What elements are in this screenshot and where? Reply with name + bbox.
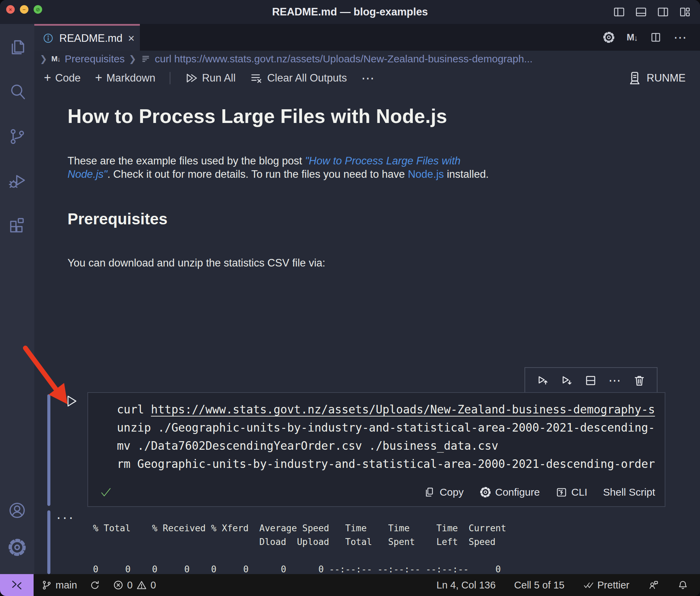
run-cell-button[interactable] xyxy=(63,393,79,409)
success-check-icon xyxy=(99,485,113,499)
breadcrumb: ❯ M↓ Prerequisites ❯ curl https://www.st… xyxy=(34,51,700,67)
errors-icon xyxy=(113,580,124,591)
plus-icon: + xyxy=(95,72,102,84)
toggle-panel-icon[interactable] xyxy=(635,6,647,18)
cli-icon xyxy=(556,486,567,498)
editor-area: README.md × M↓ ⋯ ❯ M↓ Prerequisites ❯ cu… xyxy=(34,24,700,574)
activity-bar xyxy=(0,24,34,574)
run-debug-icon[interactable] xyxy=(0,167,34,195)
execute-cell-and-below-icon[interactable] xyxy=(560,374,573,387)
output-collapse-icon[interactable]: ··· xyxy=(56,509,75,525)
toolbar-more-icon[interactable]: ⋯ xyxy=(361,75,375,82)
cell-toolbar: ⋯ xyxy=(524,367,657,394)
warnings-count: 0 xyxy=(150,580,156,591)
tab-bar: README.md × M↓ ⋯ xyxy=(34,24,700,51)
copy-button[interactable]: Copy xyxy=(424,486,463,498)
runme-button[interactable]: RUNME xyxy=(627,71,700,85)
clear-all-outputs-button[interactable]: Clear All Outputs xyxy=(250,72,347,85)
copy-label: Copy xyxy=(439,486,463,498)
extensions-icon[interactable] xyxy=(0,212,34,239)
problems-indicator[interactable]: 0 0 xyxy=(113,580,156,591)
cli-label: CLI xyxy=(571,486,588,498)
cell-status-bar: Copy Configure CLI Shell Script xyxy=(99,482,655,502)
nodejs-link[interactable]: Node.js xyxy=(408,168,444,180)
cell-more-actions-icon[interactable]: ⋯ xyxy=(608,377,622,384)
add-code-label: Code xyxy=(55,72,81,84)
add-markdown-cell-button[interactable]: + Markdown xyxy=(95,72,155,84)
source-control-icon[interactable] xyxy=(0,123,34,150)
more-actions-icon[interactable]: ⋯ xyxy=(674,34,688,41)
explorer-icon[interactable] xyxy=(0,34,34,61)
branch-label: main xyxy=(56,580,77,591)
customize-layout-icon[interactable] xyxy=(679,6,691,18)
cli-button[interactable]: CLI xyxy=(556,486,588,498)
git-branch-indicator[interactable]: main xyxy=(41,580,77,591)
cell-language-picker[interactable]: Shell Script xyxy=(603,486,655,498)
tab-label: README.md xyxy=(59,32,122,45)
clear-outputs-label: Clear All Outputs xyxy=(267,72,347,84)
split-cell-icon[interactable] xyxy=(584,374,597,387)
toggle-primary-sidebar-icon[interactable] xyxy=(613,6,625,18)
notebook-toolbar: + Code + Markdown Run All Clear All Outp… xyxy=(34,67,700,89)
delete-cell-icon[interactable] xyxy=(633,374,646,387)
remote-indicator[interactable] xyxy=(0,574,34,596)
output-focus-bar xyxy=(47,510,50,574)
page-title: How to Process Large Files with Node.js xyxy=(68,105,700,127)
runme-label: RUNME xyxy=(647,72,686,84)
notebook-content: How to Process Large Files with Node.js … xyxy=(34,89,700,574)
cursor-position-indicator[interactable]: Ln 4, Col 136 xyxy=(436,580,496,591)
intro-text: These are the example files used by the … xyxy=(68,155,305,167)
code-url-link[interactable]: https://www.stats.govt.nz/assets/Uploads… xyxy=(151,403,655,416)
feedback-icon[interactable] xyxy=(648,580,659,591)
info-icon xyxy=(43,33,54,44)
runme-logo-icon xyxy=(627,71,641,85)
configure-button[interactable]: Configure xyxy=(480,486,540,498)
cell-position-indicator[interactable]: Cell 5 of 15 xyxy=(514,580,565,591)
code-cell[interactable]: curl https://www.stats.govt.nz/assets/Up… xyxy=(87,392,665,507)
run-all-label: Run All xyxy=(202,72,236,84)
download-instruction: You can download and unzip the statistic… xyxy=(68,257,700,269)
vscode-window: × − ⊘ README.md — blog-examples xyxy=(0,0,700,596)
editor-actions: M↓ ⋯ xyxy=(603,24,700,51)
search-icon[interactable] xyxy=(0,78,34,105)
notifications-bell-icon[interactable] xyxy=(677,580,688,591)
cell-output: % Total % Received % Xferd Average Speed… xyxy=(82,521,506,574)
toggle-secondary-sidebar-icon[interactable] xyxy=(657,6,669,18)
titlebar-layout-controls xyxy=(613,0,691,24)
execute-above-cells-icon[interactable] xyxy=(536,374,549,387)
plus-icon: + xyxy=(44,72,51,84)
run-all-button[interactable]: Run All xyxy=(185,72,236,85)
notebook-settings-gear-icon[interactable] xyxy=(603,31,615,44)
split-editor-icon[interactable] xyxy=(650,31,662,44)
cell-focus-bar xyxy=(47,394,50,506)
add-code-cell-button[interactable]: + Code xyxy=(44,72,81,84)
configure-label: Configure xyxy=(495,486,540,498)
double-check-icon xyxy=(583,580,594,591)
sync-changes-button[interactable] xyxy=(89,580,100,591)
branch-icon xyxy=(41,580,52,591)
breadcrumb-item-cell[interactable]: curl https://www.stats.govt.nz/assets/Up… xyxy=(155,53,533,65)
status-bar: main 0 0 Ln 4, Col 136 Cell 5 of 15 Pret… xyxy=(0,574,700,596)
breadcrumb-item-prerequisites[interactable]: Prerequisites xyxy=(65,53,125,65)
chevron-right-icon: ❯ xyxy=(40,54,47,64)
run-all-icon xyxy=(185,72,198,85)
toolbar-divider xyxy=(170,72,170,84)
intro-text: installed. xyxy=(444,168,489,180)
window-title: README.md — blog-examples xyxy=(0,0,700,24)
settings-gear-icon[interactable] xyxy=(0,534,34,561)
code-editor[interactable]: curl https://www.stats.govt.nz/assets/Up… xyxy=(88,393,665,473)
intro-text: . Check it out for more details. To run … xyxy=(107,168,408,180)
close-tab-icon[interactable]: × xyxy=(128,32,134,45)
account-icon[interactable] xyxy=(0,497,34,524)
section-title-prerequisites: Prerequisites xyxy=(68,210,700,228)
intro-paragraph: These are the example files used by the … xyxy=(68,154,671,181)
list-symbol-icon xyxy=(141,54,151,64)
tab-readme[interactable]: README.md × xyxy=(34,24,140,51)
warnings-icon xyxy=(136,580,147,591)
clear-outputs-icon xyxy=(250,72,263,85)
sync-icon xyxy=(89,580,100,591)
formatter-indicator[interactable]: Prettier xyxy=(583,580,629,591)
errors-count: 0 xyxy=(127,580,133,591)
markdown-preview-icon[interactable]: M↓ xyxy=(627,33,638,42)
add-markdown-label: Markdown xyxy=(106,72,155,84)
